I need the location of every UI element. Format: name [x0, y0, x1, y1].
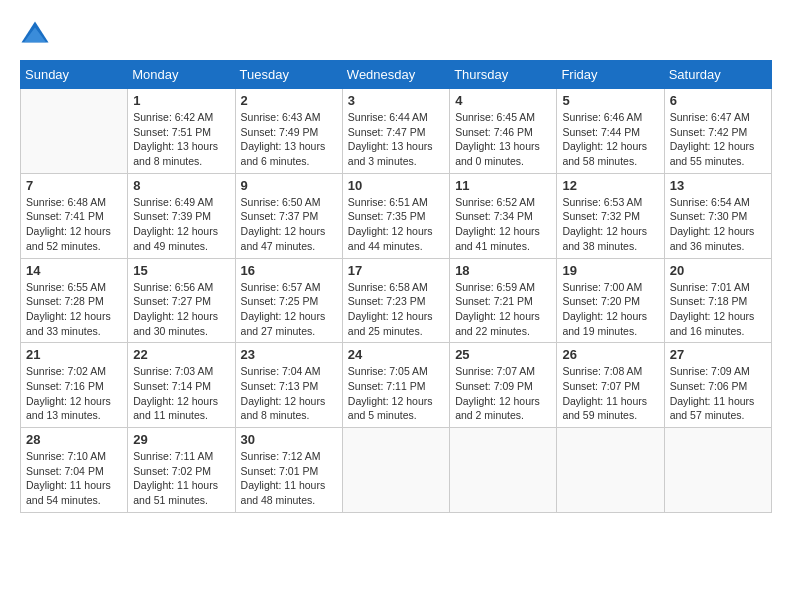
sunrise-label: Sunrise: 6:47 AM [670, 111, 750, 123]
sunrise-label: Sunrise: 6:48 AM [26, 196, 106, 208]
sunrise-label: Sunrise: 6:56 AM [133, 281, 213, 293]
sunset-label: Sunset: 7:07 PM [562, 380, 640, 392]
daylight-label: Daylight: 12 hours and 41 minutes. [455, 225, 540, 252]
calendar-cell: 18 Sunrise: 6:59 AM Sunset: 7:21 PM Dayl… [450, 258, 557, 343]
daylight-label: Daylight: 12 hours and 16 minutes. [670, 310, 755, 337]
calendar: SundayMondayTuesdayWednesdayThursdayFrid… [20, 60, 772, 513]
calendar-cell: 28 Sunrise: 7:10 AM Sunset: 7:04 PM Dayl… [21, 428, 128, 513]
sunset-label: Sunset: 7:04 PM [26, 465, 104, 477]
calendar-cell: 29 Sunrise: 7:11 AM Sunset: 7:02 PM Dayl… [128, 428, 235, 513]
day-info: Sunrise: 7:05 AM Sunset: 7:11 PM Dayligh… [348, 364, 444, 423]
day-info: Sunrise: 7:03 AM Sunset: 7:14 PM Dayligh… [133, 364, 229, 423]
sunset-label: Sunset: 7:46 PM [455, 126, 533, 138]
daylight-label: Daylight: 12 hours and 13 minutes. [26, 395, 111, 422]
day-info: Sunrise: 6:50 AM Sunset: 7:37 PM Dayligh… [241, 195, 337, 254]
sunrise-label: Sunrise: 6:59 AM [455, 281, 535, 293]
logo-icon [20, 20, 50, 50]
sunset-label: Sunset: 7:28 PM [26, 295, 104, 307]
daylight-label: Daylight: 12 hours and 38 minutes. [562, 225, 647, 252]
day-info: Sunrise: 6:43 AM Sunset: 7:49 PM Dayligh… [241, 110, 337, 169]
day-info: Sunrise: 6:46 AM Sunset: 7:44 PM Dayligh… [562, 110, 658, 169]
daylight-label: Daylight: 12 hours and 11 minutes. [133, 395, 218, 422]
day-number: 28 [26, 432, 122, 447]
day-number: 8 [133, 178, 229, 193]
sunrise-label: Sunrise: 6:42 AM [133, 111, 213, 123]
calendar-cell: 3 Sunrise: 6:44 AM Sunset: 7:47 PM Dayli… [342, 89, 449, 174]
daylight-label: Daylight: 12 hours and 27 minutes. [241, 310, 326, 337]
day-number: 17 [348, 263, 444, 278]
calendar-week-row: 14 Sunrise: 6:55 AM Sunset: 7:28 PM Dayl… [21, 258, 772, 343]
weekday-header: Wednesday [342, 61, 449, 89]
day-info: Sunrise: 7:09 AM Sunset: 7:06 PM Dayligh… [670, 364, 766, 423]
calendar-cell: 17 Sunrise: 6:58 AM Sunset: 7:23 PM Dayl… [342, 258, 449, 343]
day-info: Sunrise: 7:08 AM Sunset: 7:07 PM Dayligh… [562, 364, 658, 423]
sunset-label: Sunset: 7:09 PM [455, 380, 533, 392]
sunset-label: Sunset: 7:39 PM [133, 210, 211, 222]
daylight-label: Daylight: 12 hours and 25 minutes. [348, 310, 433, 337]
calendar-cell: 25 Sunrise: 7:07 AM Sunset: 7:09 PM Dayl… [450, 343, 557, 428]
day-number: 25 [455, 347, 551, 362]
daylight-label: Daylight: 12 hours and 58 minutes. [562, 140, 647, 167]
weekday-header: Thursday [450, 61, 557, 89]
daylight-label: Daylight: 12 hours and 55 minutes. [670, 140, 755, 167]
day-number: 26 [562, 347, 658, 362]
sunset-label: Sunset: 7:23 PM [348, 295, 426, 307]
daylight-label: Daylight: 12 hours and 44 minutes. [348, 225, 433, 252]
daylight-label: Daylight: 11 hours and 48 minutes. [241, 479, 326, 506]
day-info: Sunrise: 6:45 AM Sunset: 7:46 PM Dayligh… [455, 110, 551, 169]
calendar-cell: 21 Sunrise: 7:02 AM Sunset: 7:16 PM Dayl… [21, 343, 128, 428]
weekday-header-row: SundayMondayTuesdayWednesdayThursdayFrid… [21, 61, 772, 89]
daylight-label: Daylight: 12 hours and 19 minutes. [562, 310, 647, 337]
sunrise-label: Sunrise: 6:51 AM [348, 196, 428, 208]
daylight-label: Daylight: 12 hours and 49 minutes. [133, 225, 218, 252]
sunrise-label: Sunrise: 7:07 AM [455, 365, 535, 377]
calendar-cell: 27 Sunrise: 7:09 AM Sunset: 7:06 PM Dayl… [664, 343, 771, 428]
day-info: Sunrise: 6:44 AM Sunset: 7:47 PM Dayligh… [348, 110, 444, 169]
sunset-label: Sunset: 7:20 PM [562, 295, 640, 307]
daylight-label: Daylight: 12 hours and 36 minutes. [670, 225, 755, 252]
day-info: Sunrise: 6:51 AM Sunset: 7:35 PM Dayligh… [348, 195, 444, 254]
weekday-header: Monday [128, 61, 235, 89]
calendar-cell: 6 Sunrise: 6:47 AM Sunset: 7:42 PM Dayli… [664, 89, 771, 174]
day-info: Sunrise: 7:00 AM Sunset: 7:20 PM Dayligh… [562, 280, 658, 339]
day-number: 9 [241, 178, 337, 193]
sunrise-label: Sunrise: 6:58 AM [348, 281, 428, 293]
calendar-cell [450, 428, 557, 513]
sunrise-label: Sunrise: 7:02 AM [26, 365, 106, 377]
calendar-cell: 1 Sunrise: 6:42 AM Sunset: 7:51 PM Dayli… [128, 89, 235, 174]
sunset-label: Sunset: 7:44 PM [562, 126, 640, 138]
sunset-label: Sunset: 7:13 PM [241, 380, 319, 392]
sunset-label: Sunset: 7:32 PM [562, 210, 640, 222]
calendar-cell: 30 Sunrise: 7:12 AM Sunset: 7:01 PM Dayl… [235, 428, 342, 513]
sunrise-label: Sunrise: 7:01 AM [670, 281, 750, 293]
calendar-cell: 22 Sunrise: 7:03 AM Sunset: 7:14 PM Dayl… [128, 343, 235, 428]
sunset-label: Sunset: 7:11 PM [348, 380, 426, 392]
calendar-week-row: 21 Sunrise: 7:02 AM Sunset: 7:16 PM Dayl… [21, 343, 772, 428]
calendar-cell: 12 Sunrise: 6:53 AM Sunset: 7:32 PM Dayl… [557, 173, 664, 258]
day-number: 4 [455, 93, 551, 108]
day-info: Sunrise: 6:58 AM Sunset: 7:23 PM Dayligh… [348, 280, 444, 339]
day-number: 15 [133, 263, 229, 278]
day-number: 16 [241, 263, 337, 278]
weekday-header: Friday [557, 61, 664, 89]
sunrise-label: Sunrise: 6:44 AM [348, 111, 428, 123]
sunrise-label: Sunrise: 6:43 AM [241, 111, 321, 123]
calendar-cell [21, 89, 128, 174]
weekday-header: Sunday [21, 61, 128, 89]
day-number: 12 [562, 178, 658, 193]
daylight-label: Daylight: 12 hours and 8 minutes. [241, 395, 326, 422]
sunrise-label: Sunrise: 6:55 AM [26, 281, 106, 293]
day-info: Sunrise: 6:57 AM Sunset: 7:25 PM Dayligh… [241, 280, 337, 339]
calendar-cell: 23 Sunrise: 7:04 AM Sunset: 7:13 PM Dayl… [235, 343, 342, 428]
daylight-label: Daylight: 12 hours and 22 minutes. [455, 310, 540, 337]
sunrise-label: Sunrise: 6:52 AM [455, 196, 535, 208]
sunset-label: Sunset: 7:49 PM [241, 126, 319, 138]
daylight-label: Daylight: 11 hours and 51 minutes. [133, 479, 218, 506]
daylight-label: Daylight: 11 hours and 54 minutes. [26, 479, 111, 506]
daylight-label: Daylight: 13 hours and 6 minutes. [241, 140, 326, 167]
day-info: Sunrise: 6:52 AM Sunset: 7:34 PM Dayligh… [455, 195, 551, 254]
sunset-label: Sunset: 7:06 PM [670, 380, 748, 392]
sunset-label: Sunset: 7:18 PM [670, 295, 748, 307]
day-info: Sunrise: 6:59 AM Sunset: 7:21 PM Dayligh… [455, 280, 551, 339]
sunrise-label: Sunrise: 7:08 AM [562, 365, 642, 377]
